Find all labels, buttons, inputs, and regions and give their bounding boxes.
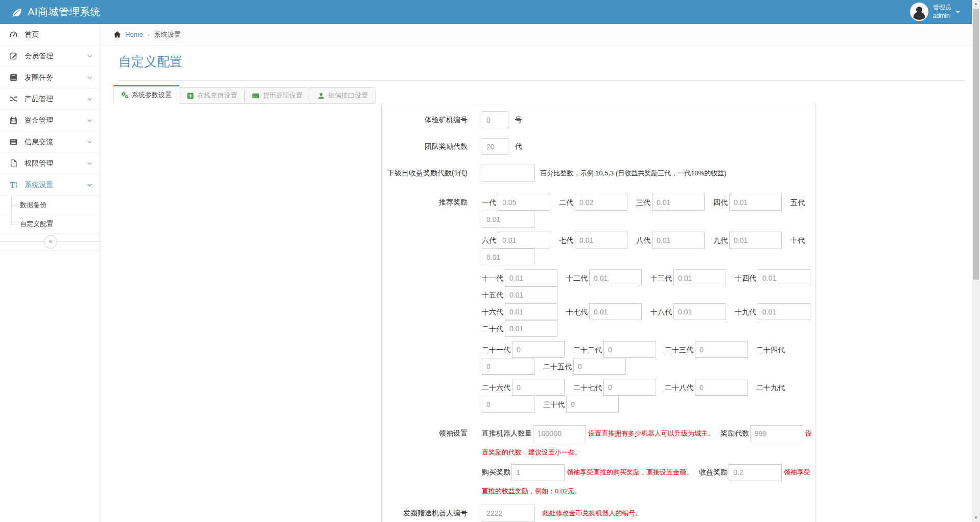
generation-input[interactable]: [729, 232, 782, 248]
note-red: 设置直推拥有多少机器人可以升级为城主。: [588, 429, 714, 437]
income-reward-input[interactable]: [729, 464, 782, 481]
tab-online-recharge[interactable]: 在线充值设置: [179, 87, 245, 104]
field-label: 下级日收益奖励代数(1代): [382, 165, 475, 181]
tab-currency-withdraw[interactable]: 货币提现设置: [245, 87, 310, 104]
purchase-reward-input[interactable]: [511, 464, 565, 481]
sidebar-item-message[interactable]: 信息交流: [0, 131, 101, 153]
generation-input[interactable]: [652, 194, 705, 211]
reward-generations-input[interactable]: [750, 425, 803, 442]
chevron-down-icon: [86, 74, 93, 81]
chevron-down-icon: [86, 117, 93, 124]
robot-no-input[interactable]: [482, 505, 535, 521]
chevron-down-icon: [86, 139, 93, 145]
generation-input[interactable]: [652, 232, 705, 248]
page-scrollbar[interactable]: ▲ ▼: [972, 0, 980, 522]
generation-input[interactable]: [512, 341, 565, 358]
direct-robot-count-input[interactable]: [533, 425, 586, 442]
generation-label: 二十四代: [756, 342, 785, 358]
generation-input[interactable]: [695, 341, 748, 358]
field-label: 推荐奖励: [382, 194, 475, 413]
generation-input[interactable]: [589, 303, 642, 320]
field-label: 发圈赠送机器人编号: [382, 505, 475, 521]
generation-label: 七代: [559, 232, 573, 248]
sidebar-item-member[interactable]: 会员管理: [0, 46, 101, 67]
generation-input[interactable]: [566, 396, 619, 413]
tab-system-params[interactable]: 系统参数设置: [113, 85, 179, 104]
generation-input[interactable]: [573, 358, 626, 375]
generation-input[interactable]: [482, 358, 534, 375]
tab-sms-api[interactable]: 短信接口设置: [310, 87, 376, 104]
team-generations-input[interactable]: [482, 138, 508, 155]
sidebar-item-product[interactable]: 产品管理: [0, 88, 101, 110]
generation-input[interactable]: [505, 303, 557, 320]
generation-input[interactable]: [505, 286, 557, 303]
generation-label: 二十九代: [756, 379, 785, 396]
generation-input[interactable]: [758, 303, 810, 320]
sidebar-item-funds[interactable]: 资金管理: [0, 110, 101, 131]
home-icon: [113, 31, 121, 38]
generation-input[interactable]: [482, 211, 534, 228]
generation-label: 十四代: [735, 270, 756, 286]
generation-label: 二十三代: [665, 342, 693, 358]
file-icon: [9, 159, 18, 168]
generation-input[interactable]: [603, 341, 656, 358]
generation-input[interactable]: [498, 232, 550, 248]
direct-robot-count-label: 直推机器人数量: [482, 429, 532, 437]
generation-input[interactable]: [512, 379, 565, 396]
generation-label: 二十代: [482, 321, 503, 337]
app-brand: AI商城管理系统: [0, 0, 980, 24]
user-icon: [317, 92, 325, 100]
miner-no-input[interactable]: [482, 111, 508, 128]
referral-line: 十六代十七代十八代十九代: [482, 303, 815, 320]
generation-input[interactable]: [575, 194, 627, 211]
top-header: AI商城管理系统 管理员 admin: [0, 0, 980, 24]
form-row-sub-income: 下级日收益奖励代数(1代) 百分比整数，示例:10,5,3 (日收益共奖励三代，…: [382, 165, 815, 181]
breadcrumb-home-link[interactable]: Home: [125, 31, 143, 38]
generation-input[interactable]: [589, 269, 642, 286]
generation-input[interactable]: [695, 379, 748, 396]
generation-input[interactable]: [482, 396, 534, 413]
generation-input[interactable]: [505, 320, 557, 337]
shuffle-icon: [9, 95, 18, 103]
generation-label: 二十八代: [665, 379, 693, 396]
plus-square-icon: [186, 92, 194, 100]
caret-down-icon: [955, 11, 961, 16]
breadcrumb-current: 系统设置: [154, 30, 181, 39]
generation-input[interactable]: [729, 194, 782, 211]
referral-line: [482, 211, 815, 228]
unit-suffix: 代: [515, 142, 522, 150]
income-reward-label: 收益奖励: [699, 468, 728, 476]
generation-label: 十代: [790, 232, 805, 248]
sub-income-input[interactable]: [482, 165, 535, 181]
generation-label: 六代: [482, 232, 496, 248]
generation-input[interactable]: [603, 379, 656, 396]
scroll-thumb[interactable]: [973, 9, 979, 280]
generation-label: 一代: [482, 194, 496, 211]
sidebar-subitem-custom-config[interactable]: 自定义配置: [0, 215, 101, 234]
sidebar-item-permission[interactable]: 权限管理: [0, 153, 101, 174]
collapse-sidebar-button[interactable]: «: [44, 235, 57, 248]
generation-input[interactable]: [673, 269, 726, 286]
generation-label: 四代: [713, 194, 728, 211]
generation-label: 十八代: [650, 304, 672, 320]
scroll-up-arrow[interactable]: ▲: [972, 0, 980, 8]
referral-line: 二十六代二十七代二十八代二十九代: [482, 379, 815, 396]
scroll-down-arrow[interactable]: ▼: [972, 514, 980, 522]
generation-input[interactable]: [505, 269, 557, 286]
generation-input[interactable]: [482, 248, 534, 265]
generation-input[interactable]: [575, 232, 627, 248]
generation-input[interactable]: [498, 194, 550, 211]
generation-input[interactable]: [673, 303, 726, 320]
sidebar-item-home[interactable]: 首页: [0, 24, 101, 46]
user-menu[interactable]: 管理员 admin: [910, 3, 961, 21]
leader-settings-line-2: 购买奖励领袖享受直推的购买奖励，直接设置金额。收益奖励领袖享受直推的收益奖励，例…: [482, 463, 816, 501]
generation-input[interactable]: [758, 269, 810, 286]
sidebar-item-system[interactable]: 系统设置: [0, 174, 101, 196]
generation-label: 十六代: [482, 304, 503, 320]
referral-line: 十一代十二代十三代十四代: [482, 269, 815, 286]
user-role: 管理员: [933, 3, 951, 12]
sidebar-item-tasks[interactable]: 发圈任务: [0, 67, 101, 88]
sidebar-subitem-backup[interactable]: 数据备份: [0, 196, 101, 215]
generation-label: 二十一代: [482, 342, 510, 358]
gears-icon: [121, 91, 129, 99]
